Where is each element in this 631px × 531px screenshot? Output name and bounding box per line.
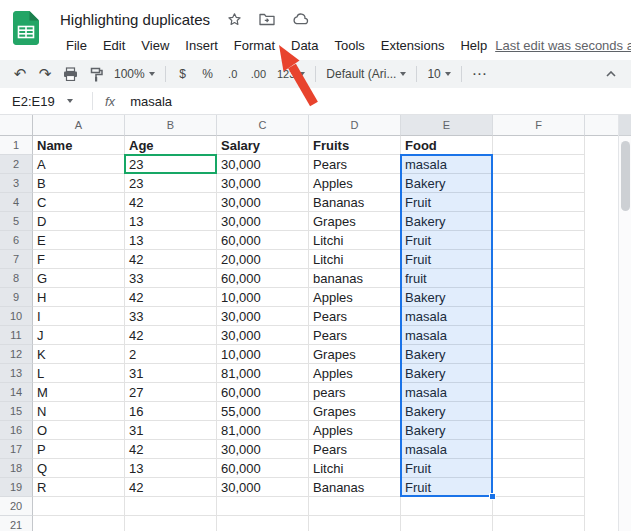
cell-C15[interactable]: 55,000: [217, 402, 309, 421]
row-header-19[interactable]: 19: [0, 478, 33, 497]
row-header-9[interactable]: 9: [0, 288, 33, 307]
cell-F20[interactable]: [493, 497, 585, 516]
row-header-14[interactable]: 14: [0, 383, 33, 402]
cell-F21[interactable]: [493, 516, 585, 531]
decrease-decimal-button[interactable]: .0: [221, 62, 245, 86]
cell-E17[interactable]: masala: [401, 440, 493, 459]
name-box[interactable]: E2:E19: [0, 94, 92, 109]
increase-decimal-button[interactable]: .00: [246, 62, 271, 86]
menu-view[interactable]: View: [133, 35, 177, 56]
cell-D4[interactable]: Bananas: [309, 193, 401, 212]
cell-A18[interactable]: Q: [33, 459, 125, 478]
cell-C3[interactable]: 30,000: [217, 174, 309, 193]
cell-B12[interactable]: 2: [125, 345, 217, 364]
cell-F4[interactable]: [493, 193, 585, 212]
cell-E11[interactable]: masala: [401, 326, 493, 345]
cell-E7[interactable]: Fruit: [401, 250, 493, 269]
row-header-2[interactable]: 2: [0, 155, 33, 174]
column-header-C[interactable]: C: [217, 115, 309, 136]
font-size-selector[interactable]: 10: [422, 62, 455, 86]
zoom-selector[interactable]: 100%: [109, 62, 160, 86]
menu-tools[interactable]: Tools: [326, 35, 372, 56]
cell-B16[interactable]: 31: [125, 421, 217, 440]
cell-E15[interactable]: Bakery: [401, 402, 493, 421]
cell-A10[interactable]: I: [33, 307, 125, 326]
cell-F14[interactable]: [493, 383, 585, 402]
menu-format[interactable]: Format: [226, 35, 283, 56]
cell-B9[interactable]: 42: [125, 288, 217, 307]
row-header-4[interactable]: 4: [0, 193, 33, 212]
cell-B17[interactable]: 42: [125, 440, 217, 459]
cell-F1[interactable]: [493, 136, 585, 155]
cell-C4[interactable]: 30,000: [217, 193, 309, 212]
cell-F16[interactable]: [493, 421, 585, 440]
document-title[interactable]: Highlighting duplicates: [60, 11, 210, 28]
column-header-B[interactable]: B: [125, 115, 217, 136]
cell-C17[interactable]: 30,000: [217, 440, 309, 459]
cell-D2[interactable]: Pears: [309, 155, 401, 174]
row-header-16[interactable]: 16: [0, 421, 33, 440]
cell-D12[interactable]: Grapes: [309, 345, 401, 364]
menu-data[interactable]: Data: [283, 35, 326, 56]
row-header-21[interactable]: 21: [0, 516, 33, 531]
cell-D9[interactable]: Apples: [309, 288, 401, 307]
cell-E10[interactable]: masala: [401, 307, 493, 326]
cell-C10[interactable]: 30,000: [217, 307, 309, 326]
vertical-scrollbar-thumb[interactable]: [621, 141, 630, 211]
cell-A6[interactable]: E: [33, 231, 125, 250]
cell-C11[interactable]: 30,000: [217, 326, 309, 345]
cell-A7[interactable]: F: [33, 250, 125, 269]
undo-button[interactable]: ↶: [8, 62, 32, 86]
selection-fill-handle[interactable]: [489, 493, 496, 500]
cell-F7[interactable]: [493, 250, 585, 269]
cell-D3[interactable]: Apples: [309, 174, 401, 193]
row-header-5[interactable]: 5: [0, 212, 33, 231]
cell-A13[interactable]: L: [33, 364, 125, 383]
cell-E8[interactable]: fruit: [401, 269, 493, 288]
cell-B20[interactable]: [125, 497, 217, 516]
row-header-3[interactable]: 3: [0, 174, 33, 193]
cell-C5[interactable]: 30,000: [217, 212, 309, 231]
cell-F3[interactable]: [493, 174, 585, 193]
cell-E16[interactable]: Bakery: [401, 421, 493, 440]
column-header-F[interactable]: F: [493, 115, 585, 136]
cell-E5[interactable]: Bakery: [401, 212, 493, 231]
column-header-A[interactable]: A: [33, 115, 125, 136]
cell-A4[interactable]: C: [33, 193, 125, 212]
cell-A14[interactable]: M: [33, 383, 125, 402]
last-edit-link[interactable]: Last edit was seconds ago: [495, 38, 631, 53]
menu-edit[interactable]: Edit: [95, 35, 133, 56]
cell-F5[interactable]: [493, 212, 585, 231]
row-header-17[interactable]: 17: [0, 440, 33, 459]
cell-F13[interactable]: [493, 364, 585, 383]
cell-A8[interactable]: G: [33, 269, 125, 288]
cell-B15[interactable]: 16: [125, 402, 217, 421]
sheets-logo-icon[interactable]: [13, 11, 39, 45]
row-header-15[interactable]: 15: [0, 402, 33, 421]
cell-A16[interactable]: O: [33, 421, 125, 440]
row-header-11[interactable]: 11: [0, 326, 33, 345]
cell-D17[interactable]: Pears: [309, 440, 401, 459]
cell-D18[interactable]: Litchi: [309, 459, 401, 478]
cell-F10[interactable]: [493, 307, 585, 326]
cell-B13[interactable]: 31: [125, 364, 217, 383]
cell-E12[interactable]: Bakery: [401, 345, 493, 364]
more-toolbar-button[interactable]: ⋯: [467, 62, 492, 86]
cell-C19[interactable]: 30,000: [217, 478, 309, 497]
menu-insert[interactable]: Insert: [177, 35, 226, 56]
cell-E19[interactable]: Fruit: [401, 478, 493, 497]
cell-D7[interactable]: Litchi: [309, 250, 401, 269]
row-header-10[interactable]: 10: [0, 307, 33, 326]
cell-B7[interactable]: 42: [125, 250, 217, 269]
cell-D16[interactable]: Apples: [309, 421, 401, 440]
cell-C9[interactable]: 10,000: [217, 288, 309, 307]
cell-B21[interactable]: [125, 516, 217, 531]
row-header-18[interactable]: 18: [0, 459, 33, 478]
cell-A1[interactable]: Name: [33, 136, 125, 155]
number-format-button[interactable]: 123: [272, 62, 310, 86]
cell-F15[interactable]: [493, 402, 585, 421]
cell-A9[interactable]: H: [33, 288, 125, 307]
cell-D20[interactable]: [309, 497, 401, 516]
cell-A17[interactable]: P: [33, 440, 125, 459]
cell-C21[interactable]: [217, 516, 309, 531]
